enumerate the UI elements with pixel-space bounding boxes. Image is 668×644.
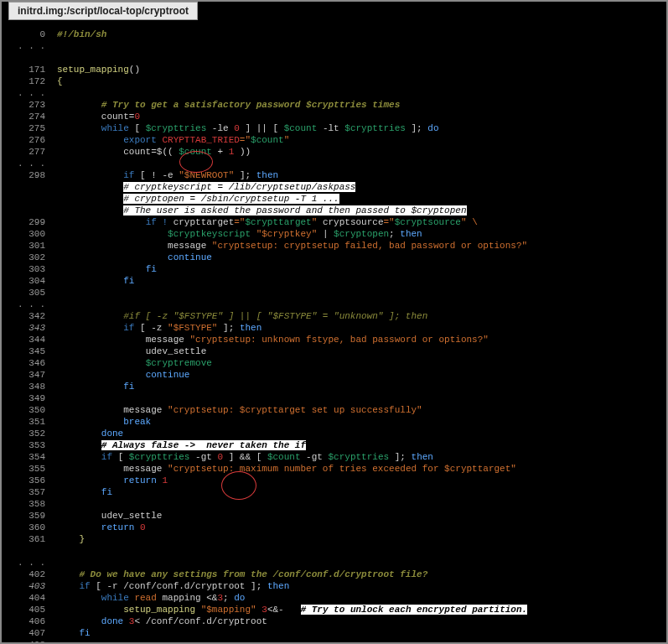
code-window: initrd.img:/script/local-top/cryptroot 0… bbox=[0, 0, 668, 644]
shebang: #!/bin/sh bbox=[57, 29, 106, 39]
code-body: 0#!/bin/sh . . . 171setup_mapping() 172{… bbox=[2, 25, 666, 642]
window-title: initrd.img:/script/local-top/cryptroot bbox=[8, 2, 198, 20]
line-num: 0 bbox=[2, 29, 57, 40]
ellipsis: . . . bbox=[2, 40, 57, 52]
